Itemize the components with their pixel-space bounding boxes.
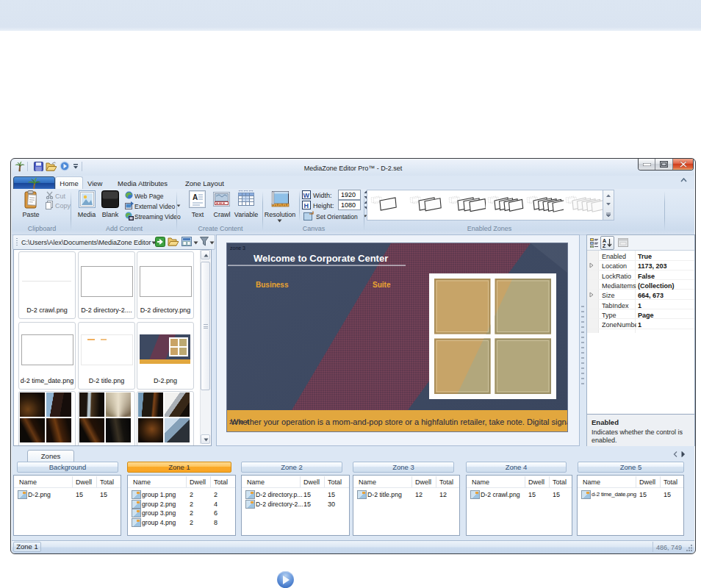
svg-text:Welcome to Corporate Center: Welcome to Corporate Center	[254, 253, 388, 264]
svg-text:Whether your operation is a mo: Whether your operation is a mom-and-pop …	[231, 417, 567, 426]
svg-text:W: W	[303, 192, 310, 199]
svg-text:zone 4: zone 4	[229, 418, 249, 426]
svg-text:H: H	[304, 202, 309, 209]
svg-text:zone 3: zone 3	[230, 245, 245, 251]
svg-text:A: A	[603, 238, 606, 243]
svg-text:Z: Z	[603, 243, 606, 248]
svg-text:Business: Business	[256, 281, 289, 289]
svg-text:A: A	[193, 193, 198, 201]
svg-text:Suite: Suite	[373, 281, 391, 289]
